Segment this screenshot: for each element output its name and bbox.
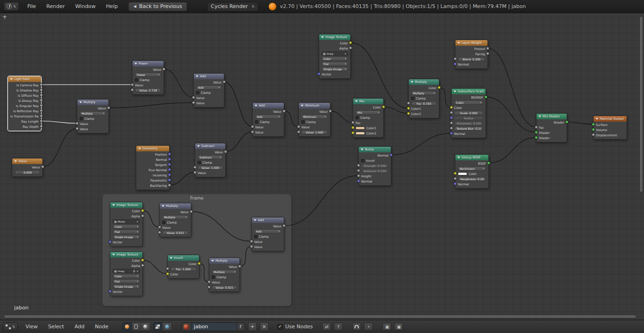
node-multiply-2[interactable]: MultiplyColorMultiply▾Clamp‹Fac: 0.150›C…	[408, 79, 439, 118]
socket-value[interactable]	[486, 47, 489, 50]
editor-type-node-button[interactable]: ⇅	[3, 322, 18, 331]
shader-type-object-button[interactable]	[154, 323, 163, 331]
render-engine-select[interactable]: Cycles Render ⇅	[207, 2, 258, 11]
increment-icon[interactable]: ›	[325, 131, 326, 134]
shader-type-world-button[interactable]	[163, 323, 172, 331]
number-field-texture-blur[interactable]: ‹Texture Blur: 0.100›	[454, 126, 483, 131]
collapse-icon[interactable]	[10, 78, 13, 80]
socket-value[interactable]	[41, 165, 44, 168]
socket-value[interactable]	[141, 214, 144, 217]
socket-value[interactable]	[351, 121, 355, 124]
select-single-image[interactable]: Single Image▾	[322, 67, 348, 71]
checkbox-clamp[interactable]: Clamp	[198, 161, 212, 165]
collapse-icon[interactable]	[79, 101, 82, 103]
socket-color[interactable]	[349, 41, 352, 44]
socket-color[interactable]	[166, 272, 169, 275]
select-add[interactable]: Add▾	[255, 115, 281, 119]
select-beckmann[interactable]: Beckmann▾	[458, 166, 486, 171]
number-field-strength[interactable]: ‹Strength: 0.300›	[361, 164, 388, 168]
collapse-icon[interactable]	[321, 36, 324, 38]
select-multiply[interactable]: Multiply▾	[80, 111, 106, 116]
use-nodes-checkbox[interactable]: ✓ Use Nodes	[277, 324, 313, 330]
checkbox-clamp[interactable]: Clamp	[254, 235, 269, 239]
select-add[interactable]: Add▾	[254, 229, 281, 233]
number-field-blend[interactable]: ‹Blend: 0.200›	[458, 57, 485, 61]
socket-color[interactable]	[438, 86, 441, 89]
socket-vector[interactable]	[450, 132, 453, 135]
socket-value[interactable]	[192, 96, 195, 99]
socket-color[interactable]	[382, 105, 385, 108]
node-value-node[interactable]: ValueValue‹-0.600›	[12, 158, 43, 177]
socket-value[interactable]	[40, 119, 43, 123]
collapse-icon[interactable]	[162, 205, 165, 207]
increment-icon[interactable]: ›	[483, 58, 484, 61]
socket-vector[interactable]	[168, 152, 171, 156]
auto-render-button[interactable]: ⇄	[322, 323, 331, 331]
increment-icon[interactable]: ›	[481, 117, 482, 120]
socket-value[interactable]	[297, 125, 300, 128]
collapse-icon[interactable]	[197, 145, 200, 147]
socket-vector[interactable]	[454, 62, 457, 66]
socket-shader[interactable]	[592, 128, 595, 131]
number-field-fac[interactable]: ‹Fac: 1.000›	[170, 267, 197, 271]
number-field-value[interactable]: ‹Value: 0.021›	[212, 285, 237, 290]
socket-color[interactable]	[454, 172, 457, 175]
checkbox-clamp[interactable]: Clamp	[162, 221, 177, 225]
paste-nodes-button[interactable]: ▣	[394, 323, 403, 331]
select-color[interactable]: Color▾	[113, 274, 140, 278]
node-add-2[interactable]: AddValueAdd▾ClampValueValue	[252, 102, 284, 137]
image-datablock[interactable]: ▦imag×	[322, 51, 348, 56]
increment-icon[interactable]: ›	[386, 165, 387, 167]
socket-vector[interactable]	[108, 240, 112, 243]
socket-shader[interactable]	[535, 131, 538, 134]
node-editor-area[interactable]: Frame Light PathIs Camera RayIs Shadow R…	[0, 13, 644, 320]
socket-value[interactable]	[450, 126, 453, 130]
socket-value[interactable]	[190, 210, 193, 213]
number-field-scale[interactable]: ‹Scale: 0.050›	[454, 111, 483, 115]
color-swatch[interactable]	[355, 132, 365, 135]
socket-value[interactable]	[486, 52, 489, 55]
checkbox-clamp[interactable]: Clamp	[135, 78, 149, 82]
socket-value[interactable]	[238, 265, 241, 268]
socket-vector[interactable]	[450, 116, 453, 119]
checkbox-clamp[interactable]: Clamp	[255, 120, 270, 124]
socket-shader[interactable]	[484, 95, 487, 99]
node-mix-shader[interactable]: Mix ShaderShaderFacShaderShader	[536, 113, 567, 142]
node-mix[interactable]: MixColorMix▾ClampFacColor1Color2	[353, 98, 384, 138]
socket-value[interactable]	[40, 83, 43, 86]
select-multiply[interactable]: Multiply▾	[162, 215, 189, 219]
socket-value[interactable]	[223, 80, 226, 83]
socket-shader[interactable]	[592, 123, 595, 126]
socket-value[interactable]	[250, 240, 253, 243]
socket-value[interactable]	[251, 125, 254, 128]
increment-icon[interactable]: ›	[484, 178, 485, 181]
increment-icon[interactable]: ›	[386, 170, 387, 173]
socket-value[interactable]	[162, 67, 165, 71]
horizontal-scrollbar[interactable]	[4, 315, 636, 318]
menu-help[interactable]: Help	[101, 2, 123, 11]
snap-mode-dropdown[interactable]: ▾	[364, 323, 373, 331]
menu-view[interactable]: View	[21, 322, 42, 331]
increment-icon[interactable]: ›	[481, 112, 482, 115]
socket-shader[interactable]	[535, 136, 538, 139]
checkbox-clamp[interactable]: Clamp	[80, 117, 94, 121]
collapse-icon[interactable]	[595, 118, 598, 120]
socket-value[interactable]	[297, 130, 300, 133]
socket-color[interactable]	[351, 126, 355, 129]
select-color[interactable]: Color▾	[113, 225, 140, 229]
number-field-roughness[interactable]: ‹Roughness: 0.200›	[458, 177, 486, 181]
socket-value[interactable]	[535, 125, 538, 129]
collapse-icon[interactable]	[134, 63, 137, 65]
number-field-radius[interactable]: ‹Radius›	[454, 116, 483, 120]
collapse-icon[interactable]	[254, 219, 256, 221]
socket-shader[interactable]	[565, 120, 569, 124]
select-multiply[interactable]: Multiply▾	[212, 270, 237, 274]
socket-value[interactable]	[75, 127, 79, 130]
node-image-texture-1[interactable]: Image TextureColorAlpha▦imag×Color▾Flat▾…	[319, 34, 351, 79]
socket-shader[interactable]	[487, 161, 490, 165]
editor-type-info-button[interactable]: i ⇅	[4, 2, 19, 11]
menu-window[interactable]: Window	[70, 2, 100, 11]
number-field-value[interactable]: ‹-0.600›	[15, 170, 40, 175]
tree-type-texture-button[interactable]	[141, 323, 150, 331]
node-image-texture-3[interactable]: Image TextureColorAlpha▦imag2×Color▾Flat…	[110, 251, 143, 296]
